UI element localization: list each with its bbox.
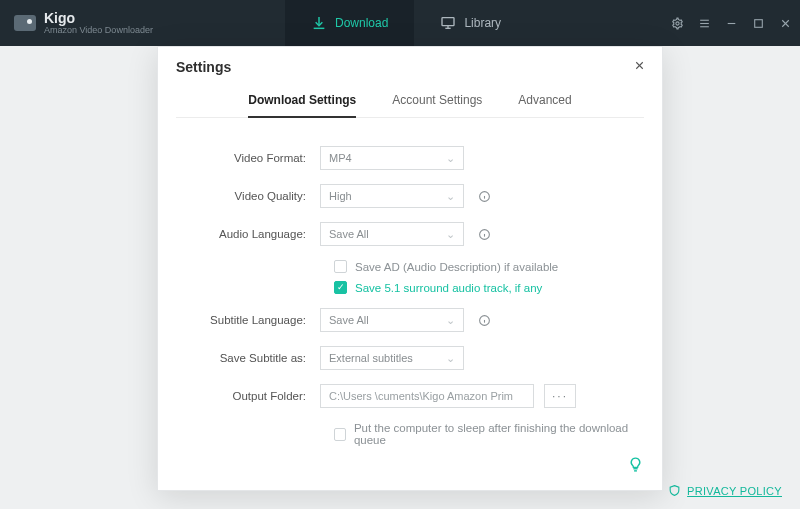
row-subtitle-language: Subtitle Language: Save All ⌄: [188, 308, 632, 332]
nav-tab-library[interactable]: Library: [414, 0, 527, 46]
title-bar: Kigo Amazon Video Downloader Download Li…: [0, 0, 800, 46]
settings-tabs: Download Settings Account Settings Advan…: [176, 85, 644, 118]
settings-dialog: Settings Download Settings Account Setti…: [157, 46, 663, 491]
menu-icon[interactable]: [698, 17, 711, 30]
tips-lightbulb-icon[interactable]: [627, 456, 644, 476]
svg-rect-2: [755, 19, 763, 27]
output-folder-field[interactable]: C:\Users \cuments\Kigo Amazon Prim: [320, 384, 534, 408]
label-subtitle-language: Subtitle Language:: [188, 314, 320, 326]
svg-point-1: [676, 21, 679, 24]
window-maximize-button[interactable]: [752, 17, 765, 30]
chevron-down-icon: ⌄: [446, 352, 455, 365]
privacy-policy-text: PRIVACY POLICY: [687, 485, 782, 497]
work-area: Settings Download Settings Account Setti…: [0, 46, 800, 509]
brand-block: Kigo Amazon Video Downloader: [0, 11, 285, 35]
tab-advanced[interactable]: Advanced: [518, 93, 571, 118]
shield-icon: [668, 484, 681, 497]
privacy-policy-link[interactable]: PRIVACY POLICY: [668, 484, 782, 497]
select-value: External subtitles: [329, 352, 413, 364]
output-folder-value: C:\Users \cuments\Kigo Amazon Prim: [329, 390, 513, 402]
select-audio-language[interactable]: Save All ⌄: [320, 222, 464, 246]
window-minimize-button[interactable]: [725, 17, 738, 30]
tab-account-settings[interactable]: Account Settings: [392, 93, 482, 118]
dialog-title: Settings: [176, 59, 231, 75]
svg-rect-0: [442, 18, 454, 26]
label-save-subtitle-as: Save Subtitle as:: [188, 352, 320, 364]
nav-label-download: Download: [335, 16, 388, 30]
row-save-subtitle-as: Save Subtitle as: External subtitles ⌄: [188, 346, 632, 370]
checkbox-sleep-after[interactable]: Put the computer to sleep after finishin…: [334, 422, 632, 446]
checkbox-icon: [334, 428, 346, 441]
settings-gear-icon[interactable]: [671, 17, 684, 30]
chevron-down-icon: ⌄: [446, 190, 455, 203]
dialog-close-button[interactable]: [633, 59, 646, 75]
main-nav: Download Library: [285, 0, 527, 46]
app-logo-icon: [14, 15, 36, 31]
checkbox-save-ad[interactable]: Save AD (Audio Description) if available: [334, 260, 632, 273]
label-video-quality: Video Quality:: [188, 190, 320, 202]
nav-tab-download[interactable]: Download: [285, 0, 414, 46]
select-value: MP4: [329, 152, 352, 164]
label-output-folder: Output Folder:: [188, 390, 320, 402]
tab-download-settings[interactable]: Download Settings: [248, 93, 356, 118]
window-controls: [671, 0, 792, 46]
brand-text: Kigo Amazon Video Downloader: [44, 11, 153, 35]
download-icon: [311, 15, 327, 31]
browse-folder-button[interactable]: ···: [544, 384, 576, 408]
chevron-down-icon: ⌄: [446, 152, 455, 165]
label-video-format: Video Format:: [188, 152, 320, 164]
info-icon[interactable]: [478, 314, 491, 327]
info-icon[interactable]: [478, 190, 491, 203]
row-video-format: Video Format: MP4 ⌄: [188, 146, 632, 170]
checkbox-icon: [334, 281, 347, 294]
info-icon[interactable]: [478, 228, 491, 241]
checkbox-save-51[interactable]: Save 5.1 surround audio track, if any: [334, 281, 632, 294]
select-video-quality[interactable]: High ⌄: [320, 184, 464, 208]
select-value: Save All: [329, 228, 369, 240]
app-subtitle: Amazon Video Downloader: [44, 26, 153, 35]
select-save-subtitle-as[interactable]: External subtitles ⌄: [320, 346, 464, 370]
label-audio-language: Audio Language:: [188, 228, 320, 240]
chevron-down-icon: ⌄: [446, 314, 455, 327]
select-video-format[interactable]: MP4 ⌄: [320, 146, 464, 170]
checkbox-label: Put the computer to sleep after finishin…: [354, 422, 632, 446]
checkbox-label: Save 5.1 surround audio track, if any: [355, 282, 542, 294]
app-title: Kigo: [44, 11, 153, 26]
settings-form: Video Format: MP4 ⌄ Video Quality: High …: [158, 118, 662, 454]
library-icon: [440, 15, 456, 31]
row-output-folder: Output Folder: C:\Users \cuments\Kigo Am…: [188, 384, 632, 408]
checkbox-label: Save AD (Audio Description) if available: [355, 261, 558, 273]
chevron-down-icon: ⌄: [446, 228, 455, 241]
select-value: Save All: [329, 314, 369, 326]
nav-label-library: Library: [464, 16, 501, 30]
row-video-quality: Video Quality: High ⌄: [188, 184, 632, 208]
window-close-button[interactable]: [779, 17, 792, 30]
dialog-header: Settings: [158, 47, 662, 85]
row-audio-language: Audio Language: Save All ⌄: [188, 222, 632, 246]
select-subtitle-language[interactable]: Save All ⌄: [320, 308, 464, 332]
checkbox-icon: [334, 260, 347, 273]
select-value: High: [329, 190, 352, 202]
